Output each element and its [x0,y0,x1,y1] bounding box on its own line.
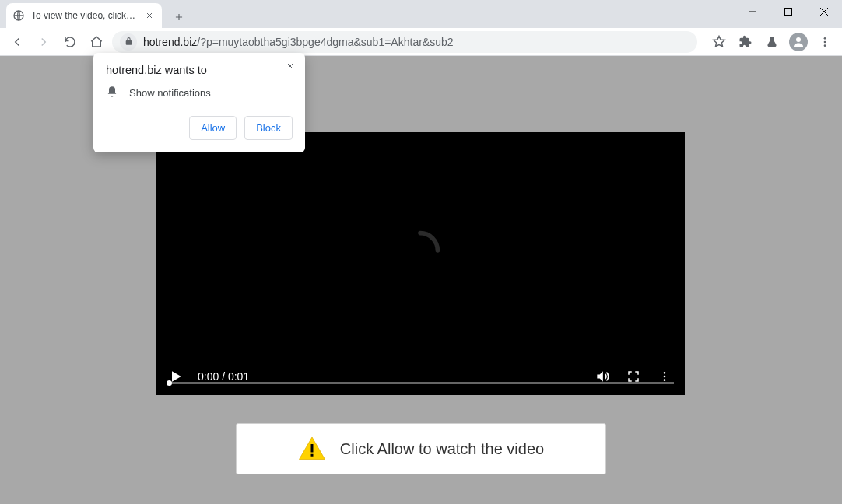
minimize-button[interactable] [735,0,770,23]
window-close-button[interactable] [806,0,842,23]
svg-point-3 [824,37,826,40]
globe-icon [12,9,25,22]
labs-icon[interactable] [761,31,783,53]
message-text: Click Allow to watch the video [340,440,544,458]
allow-button[interactable]: Allow [189,116,237,140]
video-time: 0:00 / 0:01 [198,370,249,383]
bell-icon [106,86,118,100]
warning-icon [298,435,326,463]
permission-prompt: hotrend.biz wants to Show notifications … [93,53,305,152]
svg-rect-9 [310,444,313,453]
svg-point-2 [796,37,801,42]
svg-rect-10 [310,454,313,457]
url-text: hotrend.biz/?p=muytaobtha5gi3bpge4dgma&s… [143,36,454,48]
reload-button[interactable] [59,31,81,53]
new-tab-button[interactable] [168,6,190,28]
back-button[interactable] [6,31,28,53]
toolbar: hotrend.biz/?p=muytaobtha5gi3bpge4dgma&s… [0,28,842,56]
bookmark-star-icon[interactable] [708,31,730,53]
toolbar-right [702,31,836,53]
message-box: Click Allow to watch the video [236,423,606,474]
forward-button[interactable] [33,31,54,53]
svg-point-6 [664,372,666,374]
video-player[interactable]: 0:00 / 0:01 [156,132,685,395]
browser-tab[interactable]: To view the video, click the Allow [6,3,162,28]
home-button[interactable] [86,31,107,53]
loading-spinner-icon [398,229,442,272]
menu-icon[interactable] [814,31,836,53]
lock-icon[interactable] [120,33,137,51]
close-icon[interactable] [143,9,156,22]
tab-strip: To view the video, click the Allow [0,0,842,28]
tab-title: To view the video, click the Allow [31,10,137,21]
block-button[interactable]: Block [244,116,293,140]
video-progress[interactable] [167,382,674,384]
close-icon[interactable] [283,59,297,73]
prompt-title: hotrend.biz wants to [106,64,293,76]
maximize-button[interactable] [770,0,806,23]
browser-chrome: To view the video, click the Allow [0,0,842,56]
profile-avatar[interactable] [788,31,809,53]
permission-label: Show notifications [129,87,211,99]
window-controls [735,0,842,23]
svg-point-8 [664,379,666,381]
permission-row: Show notifications [106,86,293,100]
svg-point-7 [664,376,666,378]
svg-rect-1 [785,9,792,16]
extensions-icon[interactable] [735,31,756,53]
video-controls: 0:00 / 0:01 [156,358,685,395]
address-bar[interactable]: hotrend.biz/?p=muytaobtha5gi3bpge4dgma&s… [112,31,697,53]
svg-point-5 [824,44,826,47]
svg-point-4 [824,40,826,43]
